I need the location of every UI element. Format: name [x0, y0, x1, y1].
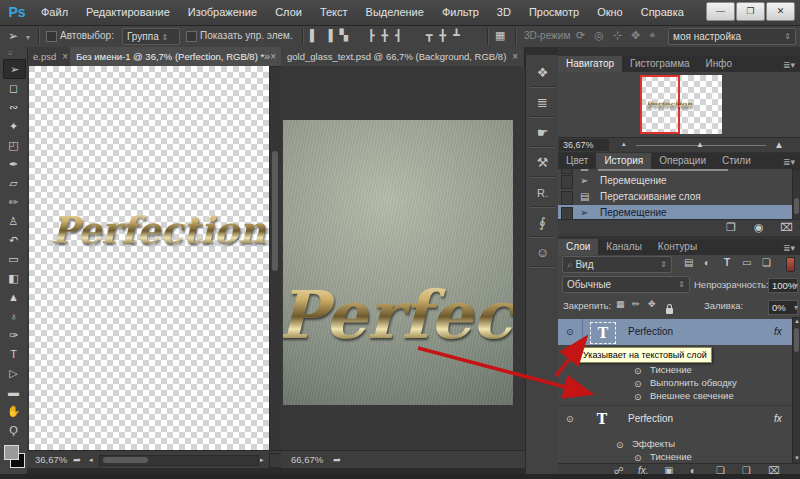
move-tool[interactable]: ➢: [3, 59, 26, 79]
zoom-in-mountain-icon[interactable]: ▲: [774, 139, 784, 150]
3d-manipulation-icons[interactable]: ⟳◎⊹✥⌖: [576, 29, 664, 42]
fill-dropdown-icon[interactable]: ▾: [794, 303, 798, 312]
autoselect-checkbox[interactable]: [46, 31, 57, 42]
hand-tool[interactable]: ✋: [3, 402, 24, 420]
tab-docpartial[interactable]: e.psd×: [27, 47, 75, 66]
tab-doc2[interactable]: gold_glass_text.psd @ 66,7% (Background,…: [281, 47, 525, 66]
shape-tool[interactable]: ▬: [3, 383, 24, 401]
masks-panel-icon[interactable]: ☺: [526, 243, 559, 263]
effect-eye-icon[interactable]: ⊙: [634, 452, 642, 463]
lock-all-icon[interactable]: [666, 308, 673, 314]
zoom-slider-thumb[interactable]: ▲: [696, 140, 704, 149]
tab-actions[interactable]: Операции: [651, 153, 714, 169]
quick-selection-tool[interactable]: ✦: [3, 117, 24, 135]
effect-row[interactable]: ⊙ Внешнее свечение: [558, 389, 792, 402]
effect-row[interactable]: ⊙ Выполнить обводку: [558, 376, 792, 389]
pixel-layer-filter-icon[interactable]: ▤: [684, 257, 693, 268]
history-scrollbar[interactable]: [792, 169, 800, 219]
layers-scrollbar[interactable]: ▲ ▼: [792, 317, 800, 463]
eyedropper-tool[interactable]: ✒: [3, 155, 24, 173]
lock-position-icon[interactable]: ✥: [648, 299, 656, 309]
menu-filter[interactable]: Фильтр: [433, 0, 488, 25]
opacity-dropdown-icon[interactable]: ▾: [794, 281, 798, 290]
history-item-selected[interactable]: ➢ Перемещение: [558, 205, 800, 219]
auto-align-icon[interactable]: ▦: [495, 29, 505, 42]
type-tool[interactable]: T: [3, 345, 24, 363]
crop-tool[interactable]: ◰: [3, 136, 24, 154]
tab-history[interactable]: История: [596, 153, 651, 169]
toolbar-grip[interactable]: ≡: [8, 49, 13, 58]
tool-preset-dropdown-icon[interactable]: ▾: [26, 33, 30, 42]
menu-type[interactable]: Текст: [311, 0, 357, 25]
tab-navigator[interactable]: Навигатор: [558, 56, 622, 72]
blur-tool[interactable]: ▲: [3, 288, 24, 306]
filter-toggle-switch[interactable]: [786, 257, 795, 272]
effects-group-row[interactable]: ⊙ Эффекты: [558, 437, 792, 450]
foreground-color-swatch[interactable]: [4, 445, 19, 460]
layer-visibility-eye-icon[interactable]: ⊙: [566, 414, 574, 424]
filter-type-select[interactable]: ⌕ Вид⇕: [562, 256, 672, 273]
layer-name[interactable]: Perfection: [628, 326, 673, 337]
close-tab-icon[interactable]: ×: [62, 51, 68, 62]
paint-panel-icon[interactable]: ∮: [526, 213, 559, 233]
text-layer-thumbnail[interactable]: T: [590, 409, 614, 429]
layer-name[interactable]: Perfection: [628, 413, 673, 424]
brush-presets-panel-icon[interactable]: ⚒: [526, 153, 559, 173]
layer-visibility-eye-icon[interactable]: ⊙: [566, 327, 574, 337]
dodge-tool[interactable]: ♁: [3, 307, 24, 325]
tab-layers[interactable]: Слои: [558, 239, 598, 255]
maximize-button[interactable]: ❐: [736, 2, 765, 21]
menu-file[interactable]: Файл: [32, 0, 77, 25]
align-centers-icons[interactable]: ┣╋┫: [368, 29, 409, 42]
scroll-up-arrow-icon[interactable]: ▲: [794, 318, 800, 324]
brush-tool[interactable]: ✏: [3, 193, 24, 211]
history-item[interactable]: ➢ Перемещение: [558, 173, 800, 189]
align-edges-icons[interactable]: ▌▐▚: [310, 29, 355, 42]
shape-layer-filter-icon[interactable]: ▭: [742, 257, 751, 268]
distribute-icons[interactable]: ┳╋┻: [426, 29, 467, 42]
properties-panel-icon[interactable]: ≣: [526, 93, 559, 113]
canvas-doc2[interactable]: Perfection: [283, 120, 513, 405]
tab-doc1-active[interactable]: Без имени-1 @ 36,7% (Perfection, RGB/8) …: [70, 47, 283, 66]
scroll-down-arrow-icon[interactable]: ▼: [794, 455, 800, 461]
delete-state-trash-icon[interactable]: ⌧: [780, 221, 793, 234]
zoom-out-mountain-icon[interactable]: ▴: [622, 140, 626, 148]
zoom-level-doc1[interactable]: 36,67%: [35, 451, 67, 469]
tab-overflow-chevron[interactable]: »: [258, 47, 276, 66]
menu-image[interactable]: Изображение: [179, 0, 266, 25]
hscroll-left-arrow-icon[interactable]: ◂: [89, 451, 93, 469]
menu-help[interactable]: Справка: [632, 0, 693, 25]
show-controls-checkbox[interactable]: [186, 31, 197, 42]
zoom-level-doc2[interactable]: 66,67%: [291, 451, 323, 469]
blend-mode-select[interactable]: Обычные⇕: [562, 276, 690, 293]
status-popup-icon[interactable]: ➦: [333, 451, 341, 469]
new-document-from-state-icon[interactable]: ❐: [726, 221, 736, 234]
tab-histogram[interactable]: Гистограмма: [622, 56, 698, 72]
clone-stamp-tool[interactable]: ♙: [3, 212, 24, 230]
panel-menu-icon[interactable]: ≣▾: [783, 157, 795, 167]
tool-presets-panel-icon[interactable]: ☛: [526, 123, 559, 143]
tab-color[interactable]: Цвет: [558, 153, 596, 169]
navigator-zoom-value[interactable]: 36,67%: [559, 139, 609, 151]
layer-row-selected[interactable]: ⊙ T Perfection fx: [558, 319, 792, 345]
close-button[interactable]: ✕: [766, 2, 795, 21]
3d-preset-select[interactable]: моя настройка⇕: [668, 28, 796, 45]
hscroll-right-arrow-icon[interactable]: ▸: [260, 451, 264, 469]
menu-layers[interactable]: Слои: [266, 0, 311, 25]
group-select[interactable]: Группа ⇕: [122, 28, 180, 45]
zoom-tool[interactable]: Ϙ: [3, 421, 24, 439]
adjustment-layer-filter-icon[interactable]: ◐: [704, 257, 710, 268]
eraser-tool[interactable]: ▭: [3, 250, 24, 268]
clone-source-panel-icon[interactable]: ❖: [526, 63, 559, 83]
menu-window[interactable]: Окно: [588, 0, 632, 25]
horizontal-scrollbar-doc1[interactable]: [99, 455, 259, 466]
tab-styles[interactable]: Стили: [714, 153, 759, 169]
smart-object-filter-icon[interactable]: ❏: [762, 257, 771, 268]
history-item-clipped[interactable]: ▤: [558, 169, 792, 172]
character-styles-panel-icon[interactable]: R.: [526, 183, 559, 203]
panel-menu-icon[interactable]: ≣▾: [783, 243, 795, 253]
text-layer-thumbnail[interactable]: T: [590, 322, 616, 344]
history-brush-tool[interactable]: ↶: [3, 231, 24, 249]
tab-channels[interactable]: Каналы: [598, 239, 650, 255]
lock-transparency-icon[interactable]: ▦: [616, 299, 625, 309]
